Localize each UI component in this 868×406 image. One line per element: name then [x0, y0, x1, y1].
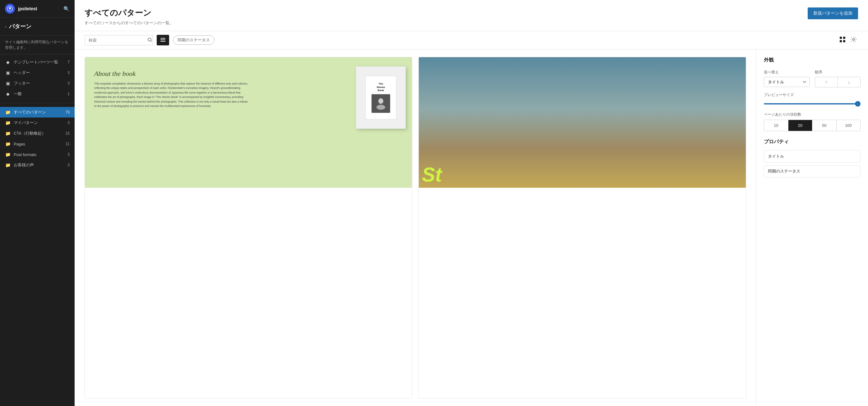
preview-size-wrapper: プレビューサイズ [764, 92, 861, 106]
sidebar-item-label: CTA（行動喚起） [14, 131, 60, 136]
items-per-page-label: ページあたりの項目数 [764, 112, 861, 117]
sidebar-item-header[interactable]: ▣ ヘッダー 3 [0, 67, 74, 78]
book-text-section: About the book This exquisite compilatio… [94, 70, 248, 108]
sidebar-item-label: フッター [14, 81, 60, 86]
svg-line-1 [151, 41, 152, 42]
pattern-card-2[interactable]: St [418, 57, 746, 399]
sidebar-item-customer-voice[interactable]: 📁 お客様の声 3 [0, 160, 74, 170]
ipp-100-button[interactable]: 100 [837, 120, 861, 131]
back-arrow-icon[interactable]: ‹ [5, 24, 6, 29]
add-pattern-button[interactable]: 新規パターンを追加 [808, 7, 858, 19]
content-area: About the book This exquisite compilatio… [74, 50, 868, 406]
preview-size-slider[interactable] [764, 103, 861, 104]
sort-select[interactable]: タイトル [764, 77, 810, 87]
wp-logo[interactable] [5, 4, 15, 14]
sidebar-item-label: Pages [14, 142, 60, 147]
sidebar-item-label: Post formats [14, 152, 60, 157]
sort-asc-button[interactable]: ↑ [815, 77, 838, 87]
svg-rect-7 [840, 40, 842, 42]
book-body: This exquisite compilation showcases a d… [94, 82, 248, 108]
main-title-block: すべてのパターン すべてのソースからのすべてのパターンの一覧。 [85, 7, 174, 26]
sidebar-item-count: 3 [63, 121, 70, 125]
page-subtitle: すべてのソースからのすべてのパターンの一覧。 [85, 20, 174, 26]
sidebar-item-cta[interactable]: 📁 CTA（行動喚起） 15 [0, 128, 74, 139]
sidebar-item-count: 73 [63, 110, 70, 115]
svg-point-10 [378, 98, 383, 104]
sidebar-item-all-patterns[interactable]: 📁 すべてのパターン 73 [0, 107, 74, 118]
sidebar-header: jpsitetest 🔍 [0, 0, 74, 18]
sidebar-item-pages[interactable]: 📁 Pages 11 [0, 139, 74, 149]
site-name: jpsitetest [18, 6, 60, 11]
properties-title: プロパティ [764, 139, 861, 145]
sidebar-description: サイト編集時に利用可能なパターンを管理します。 [0, 35, 74, 54]
post-formats-icon: 📁 [5, 152, 10, 157]
toolbar: 同期のステータス [74, 31, 868, 50]
book-title: About the book [94, 70, 248, 78]
svg-point-9 [853, 38, 855, 40]
search-icon[interactable]: 🔍 [63, 6, 70, 12]
property-item-sync: 同期のステータス [764, 165, 861, 178]
nav-title: パターン [9, 23, 31, 30]
toolbar-right [838, 35, 858, 45]
svg-rect-3 [160, 39, 165, 40]
book-cover: The Stories Book [365, 76, 396, 119]
patterns-grid: About the book This exquisite compilatio… [74, 50, 756, 406]
property-item-title: タイトル [764, 150, 861, 163]
svg-point-11 [376, 105, 385, 110]
footer-icon: ▣ [5, 81, 10, 86]
sidebar-item-count: 3 [63, 70, 70, 75]
ipp-50-button[interactable]: 50 [812, 120, 837, 131]
main-content: すべてのパターン すべてのソースからのすべてのパターンの一覧。 新規パターンを追… [74, 0, 868, 406]
sidebar-nav-section: 📁 すべてのパターン 73 📁 マイパターン 3 📁 CTA（行動喚起） 15 … [0, 104, 74, 173]
header-icon: ▣ [5, 70, 10, 75]
sidebar-item-footer[interactable]: ▣ フッター 3 [0, 78, 74, 89]
svg-rect-2 [160, 38, 165, 38]
filter-button[interactable] [157, 35, 169, 45]
sort-desc-button[interactable]: ↓ [838, 77, 860, 87]
sort-label: 並べ替え [764, 70, 810, 75]
sidebar-item-label: お客様の声 [14, 162, 60, 168]
view-grid-button[interactable] [838, 35, 847, 45]
svg-rect-4 [160, 41, 165, 42]
preview-2-background [419, 57, 746, 188]
pages-icon: 📁 [5, 141, 10, 147]
settings-button[interactable] [849, 35, 858, 45]
order-label: 順序 [815, 70, 861, 75]
my-patterns-icon: 📁 [5, 120, 10, 126]
sidebar-item-label: 一般 [14, 91, 60, 97]
sidebar-divider [0, 103, 74, 103]
sidebar-item-count: 3 [63, 163, 70, 167]
pattern-card-1[interactable]: About the book This exquisite compilatio… [85, 57, 412, 399]
sidebar-item-count: 1 [63, 92, 70, 96]
sidebar: jpsitetest 🔍 ‹ パターン サイト編集時に利用可能なパターンを管理し… [0, 0, 74, 406]
sidebar-item-count: 11 [63, 142, 70, 146]
sort-order-row: 並べ替え タイトル 順序 ↑ ↓ [764, 70, 861, 87]
search-button[interactable] [145, 36, 153, 45]
sort-buttons: ↑ ↓ [815, 77, 861, 87]
sidebar-item-general[interactable]: ◆ 一般 1 [0, 89, 74, 99]
sidebar-item-template-parts[interactable]: ◆ テンプレートパーツ一覧 7 [0, 57, 74, 67]
ipp-20-button[interactable]: 20 [788, 120, 813, 131]
svg-rect-5 [840, 37, 842, 39]
sidebar-nav-top: ‹ パターン [0, 18, 74, 35]
svg-point-0 [148, 38, 151, 41]
sidebar-item-label: テンプレートパーツ一覧 [14, 59, 60, 65]
svg-rect-6 [843, 37, 845, 39]
page-title: すべてのパターン [85, 7, 174, 18]
sidebar-item-my-patterns[interactable]: 📁 マイパターン 3 [0, 118, 74, 128]
pattern-preview-2: St [419, 57, 746, 188]
sidebar-item-post-formats[interactable]: 📁 Post formats 3 [0, 149, 74, 160]
book-cover-title: The Stories Book [376, 83, 385, 92]
sidebar-item-label: マイパターン [14, 120, 60, 126]
ipp-10-button[interactable]: 10 [764, 120, 788, 131]
settings-panel: 外観 並べ替え タイトル 順序 ↑ ↓ プレビューサイズ [756, 50, 868, 406]
items-per-page-wrapper: ページあたりの項目数 10 20 50 100 [764, 112, 861, 131]
preview-size-label: プレビューサイズ [764, 92, 861, 98]
sidebar-item-count: 7 [63, 60, 70, 64]
sidebar-item-label: すべてのパターン [14, 110, 60, 115]
customer-voice-icon: 📁 [5, 162, 10, 168]
search-input[interactable] [85, 35, 145, 45]
preview-2-text: St [422, 165, 442, 185]
sync-status-badge[interactable]: 同期のステータス [173, 35, 215, 45]
pattern-preview-1: About the book This exquisite compilatio… [85, 57, 412, 188]
